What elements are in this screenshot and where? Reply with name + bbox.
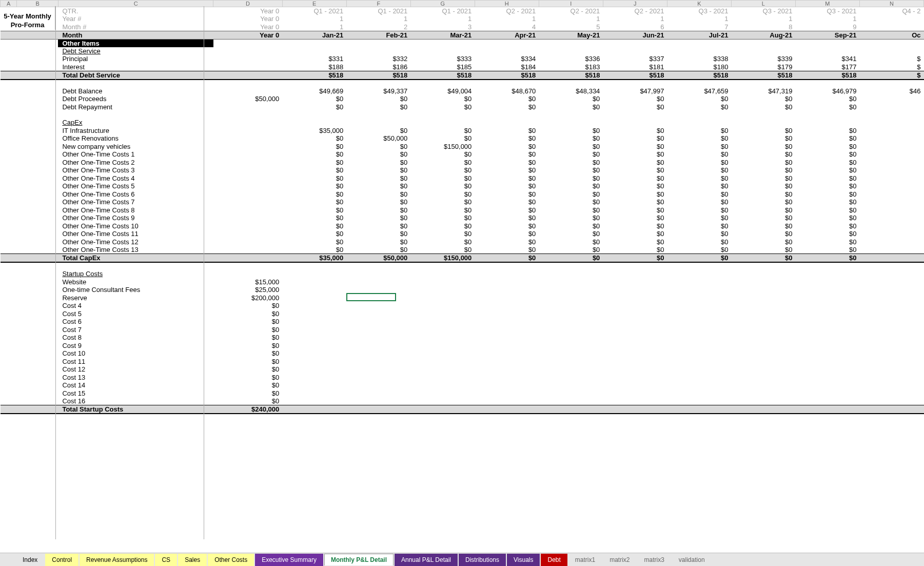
cell[interactable]: 1 [346,15,410,23]
cell[interactable]: $0 [346,103,410,111]
cell[interactable] [795,326,859,334]
cell[interactable] [603,381,667,389]
cell[interactable]: $0 [667,95,731,103]
cell[interactable]: $518 [282,71,346,80]
cell[interactable] [213,230,282,238]
cell[interactable] [346,374,410,382]
cell[interactable]: $0 [795,166,859,174]
cell[interactable]: 7 [667,23,731,31]
cell[interactable]: 2 [346,23,410,31]
cell[interactable] [731,397,795,405]
cell[interactable]: $0 [603,103,667,111]
cell[interactable] [603,405,667,414]
cell[interactable]: $0 [539,150,603,159]
cell[interactable] [213,246,282,254]
cell[interactable] [667,365,731,374]
cell[interactable]: $0 [667,206,731,214]
cell[interactable]: $336 [539,55,603,63]
cell[interactable]: $0 [410,198,475,206]
cell[interactable] [475,405,539,414]
cell[interactable] [603,374,667,382]
cell[interactable] [795,278,859,286]
cell[interactable] [859,143,923,151]
cell[interactable] [539,39,603,47]
cell[interactable] [859,349,923,358]
cell[interactable] [667,47,731,55]
col-header[interactable]: D [213,1,282,7]
cell[interactable]: $0 [213,342,282,350]
cell[interactable] [795,119,859,127]
cell[interactable] [410,310,475,318]
cell[interactable]: $0 [795,238,859,246]
cell[interactable]: $0 [346,166,410,174]
cell[interactable] [731,294,795,302]
col-header[interactable]: F [346,1,410,7]
cell[interactable]: $0 [346,127,410,135]
cell[interactable]: $339 [731,55,795,63]
cell[interactable] [282,389,346,398]
cell[interactable] [667,405,731,414]
sheet-tab[interactable]: Sales [178,554,207,566]
cell[interactable] [346,39,410,47]
cell[interactable] [282,326,346,334]
cell[interactable] [475,358,539,366]
sheet-tab[interactable]: Annual P&L Detail [395,554,458,566]
cell[interactable]: $0 [475,206,539,214]
cell[interactable]: Jul-21 [667,31,731,39]
cell[interactable]: $0 [282,222,346,230]
cell[interactable]: $0 [795,222,859,230]
cell[interactable] [213,87,282,95]
cell[interactable] [795,381,859,389]
cell[interactable]: $0 [410,150,475,159]
cell[interactable]: $0 [667,222,731,230]
cell[interactable]: $0 [539,246,603,254]
cell[interactable] [539,334,603,342]
cell[interactable]: $0 [603,254,667,263]
cell[interactable] [539,278,603,286]
cell[interactable]: $0 [410,238,475,246]
cell[interactable]: $185 [410,63,475,71]
cell[interactable] [603,47,667,55]
cell[interactable] [859,302,923,310]
cell[interactable]: $0 [731,254,795,263]
cell[interactable]: $0 [410,95,475,103]
cell[interactable] [539,270,603,278]
cell[interactable]: $0 [539,103,603,111]
cell[interactable]: $0 [213,381,282,389]
cell[interactable]: $518 [667,71,731,80]
cell[interactable] [475,389,539,398]
cell[interactable]: $0 [539,143,603,151]
cell[interactable] [410,342,475,350]
cell[interactable] [731,302,795,310]
cell[interactable]: $0 [667,143,731,151]
cell[interactable] [667,358,731,366]
sheet-tab[interactable]: matrix2 [603,554,636,566]
cell[interactable]: $49,337 [346,87,410,95]
cell[interactable] [731,278,795,286]
cell[interactable] [731,405,795,414]
cell[interactable] [539,302,603,310]
cell[interactable]: $0 [282,238,346,246]
cell[interactable] [282,318,346,326]
cell[interactable] [859,47,923,55]
cell[interactable]: $47,319 [731,87,795,95]
cell[interactable] [859,198,923,206]
cell[interactable]: $177 [795,63,859,71]
cell[interactable] [213,150,282,159]
sheet-tab[interactable]: Other Costs [208,554,254,566]
cell[interactable] [731,47,795,55]
cell[interactable] [603,302,667,310]
cell[interactable]: $0 [667,182,731,190]
cell[interactable] [795,286,859,294]
cell[interactable]: $0 [539,159,603,167]
cell[interactable]: $0 [475,230,539,238]
cell[interactable]: 1 [667,15,731,23]
cell[interactable]: $0 [475,127,539,135]
cell[interactable]: $181 [603,63,667,71]
cell[interactable]: $0 [282,103,346,111]
cell[interactable]: $0 [213,349,282,358]
cell[interactable] [859,310,923,318]
cell[interactable]: $0 [410,230,475,238]
cell[interactable] [731,326,795,334]
cell[interactable] [346,310,410,318]
